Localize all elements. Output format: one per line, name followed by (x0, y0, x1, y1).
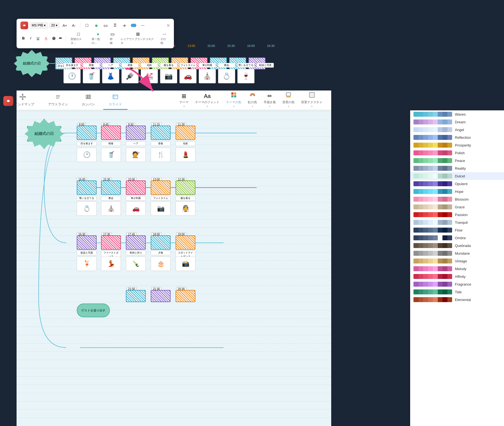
swatch-cell (447, 243, 452, 248)
right-tab-bgcolor[interactable]: 背景の色 ▾ (279, 90, 298, 110)
layout-label-button[interactable]: ⊞ レイアウトブランチコネクタ (119, 31, 156, 46)
app-logo-toolbar (20, 22, 28, 29)
single-color-icon[interactable]: ● (92, 22, 100, 29)
theme-name-fragrance: Fragrance (455, 282, 501, 286)
swatch-cell (413, 228, 418, 233)
node-mm-1115[interactable] (151, 126, 171, 140)
theme-item-melody[interactable]: Melody (410, 265, 504, 273)
node-mm-1500[interactable] (126, 180, 146, 195)
layout-icon[interactable]: ⠿ (111, 22, 119, 29)
theme-name-prosperity: Prosperity (455, 143, 501, 147)
shape-label-button[interactable]: □ 形状のスタ... (69, 31, 88, 46)
swatch-cell (447, 204, 452, 209)
color-picker-icon[interactable] (52, 37, 55, 40)
shape-style-icon[interactable]: □ (83, 22, 91, 29)
font-family-select[interactable]: MS P明 ▾ (30, 22, 47, 29)
italic-button[interactable]: I (28, 36, 33, 41)
right-tab-handdrawn[interactable]: ✏ 手描き風 ▾ (260, 90, 279, 110)
theme-item-reality[interactable]: Reality (410, 164, 504, 172)
theme-item-tide[interactable]: Tide (410, 288, 504, 296)
node-bottom-guest[interactable]: ゲストを送り出す (77, 303, 110, 317)
node-mm-1230[interactable] (176, 180, 195, 195)
theme-item-fragrance[interactable]: Fragrance (410, 280, 504, 288)
node-mm-1900[interactable] (176, 235, 195, 250)
mindmap-canvas[interactable]: 結婚式の日 8:00 8:45 9:30 11:15 11:30 目を覚ます 朝… (17, 110, 282, 426)
node-mm-930[interactable] (126, 126, 146, 140)
tab-slide[interactable]: スライド (103, 92, 128, 110)
theme-item-waves[interactable]: Waves (410, 110, 504, 118)
theme-item-peace[interactable]: Peace (410, 157, 504, 164)
theme-item-dream[interactable]: Dream (410, 118, 504, 126)
other-label-button[interactable]: ··· その他 (159, 31, 170, 46)
swatch-cell (428, 212, 433, 217)
theme-item-quebrada[interactable]: Quebrada (410, 242, 504, 249)
decrease-font-button[interactable]: A- (70, 23, 77, 28)
swatch-cell (438, 158, 443, 163)
theme-item-blossom[interactable]: Blossom (410, 195, 504, 203)
node-mm-1530[interactable] (101, 180, 121, 195)
theme-item-elemental[interactable]: Elemental (410, 296, 504, 303)
font-color-button[interactable]: A (43, 36, 49, 41)
node-mm-2150[interactable] (126, 290, 146, 302)
increase-font-button[interactable]: A+ (61, 23, 69, 28)
right-tab-theme[interactable]: ⊞ テーマ ▾ (176, 90, 192, 110)
theme-item-passion[interactable]: Passion (410, 211, 504, 219)
theme-item-affinity[interactable]: Affinity (410, 273, 504, 280)
close-icon[interactable]: ✕ (166, 23, 170, 28)
right-tab-bgtexture[interactable]: 背景テクスチャ ▾ (298, 90, 326, 110)
theme-item-grace[interactable]: Grace (410, 203, 504, 211)
node-mm-1630[interactable] (77, 235, 97, 250)
right-tab-rainbow[interactable]: 虹の色 ▾ (245, 90, 260, 110)
root-node-main[interactable]: 結婚式の日 (25, 119, 63, 149)
label-photo: フォトタイム (179, 63, 197, 68)
theme-item-opulent[interactable]: Opulent (410, 180, 504, 188)
more-icon[interactable]: ··· (139, 22, 147, 29)
theme-item-flow[interactable]: Flow (410, 226, 504, 234)
border-icon[interactable]: ▭ (102, 22, 110, 29)
theme-item-polish[interactable]: Polish (410, 149, 504, 157)
swatch-cell (438, 282, 443, 287)
theme-item-angel[interactable]: Angel (410, 126, 504, 134)
theme-item-prosperity[interactable]: Prosperity (410, 141, 504, 149)
theme-item-vintage[interactable]: Vintage (410, 257, 504, 265)
node-mm-1300[interactable] (151, 180, 171, 195)
swatch-cell (447, 119, 452, 124)
swatch-cell (442, 220, 447, 225)
theme-item-hope[interactable]: Hope (410, 188, 504, 195)
border-label-button[interactable]: ▭ 枠線 (108, 31, 117, 46)
theme-item-dulcet[interactable]: Dulcet (410, 172, 504, 180)
swatch-cell (447, 212, 452, 217)
root-node-top[interactable]: 結婚式の日 (14, 50, 50, 77)
node-mm-1800[interactable] (151, 235, 171, 250)
branch-icon[interactable]: ⟛ (121, 22, 128, 29)
node-mm-2130[interactable] (151, 290, 171, 302)
single-color-label-button[interactable]: ● 単一色の... (90, 31, 106, 46)
swatch-cell (413, 197, 418, 202)
connector-icon[interactable] (131, 24, 136, 27)
label-church: 教会 (218, 63, 235, 68)
tab-kanban[interactable]: カンバン (76, 92, 100, 110)
lbl-choshoku: 朝食 (101, 141, 121, 146)
node-mm-1730[interactable] (101, 235, 121, 250)
tab-outline[interactable]: アウトライン (43, 92, 73, 110)
swatch-cell (447, 166, 452, 171)
theme-item-reflection[interactable]: Reflection (410, 134, 504, 141)
swatch-cell (423, 119, 428, 124)
swatch-cell (442, 212, 447, 217)
underline-button[interactable]: U (35, 36, 41, 41)
right-tab-color[interactable]: テーマの色 ▾ (223, 90, 245, 110)
theme-item-ombre[interactable]: Ombre (410, 234, 504, 242)
node-mm-800[interactable] (77, 126, 97, 140)
sidebar-logo[interactable] (3, 96, 13, 106)
right-tab-font[interactable]: Aa テーマのフォント ▾ (192, 91, 223, 110)
node-mm-2030[interactable] (176, 290, 195, 302)
node-mm-1745[interactable] (126, 235, 146, 250)
pen-icon[interactable]: ✒ (59, 36, 62, 41)
theme-item-tranquil[interactable]: Tranquil (410, 219, 504, 226)
font-size-select[interactable]: 20 ▾ (49, 23, 59, 28)
node-mm-845[interactable] (101, 126, 121, 140)
node-mm-1130[interactable] (176, 126, 195, 140)
bold-button[interactable]: B (20, 36, 26, 41)
node-mm-1600[interactable] (77, 180, 97, 195)
theme-item-mundane[interactable]: Mundane (410, 249, 504, 257)
